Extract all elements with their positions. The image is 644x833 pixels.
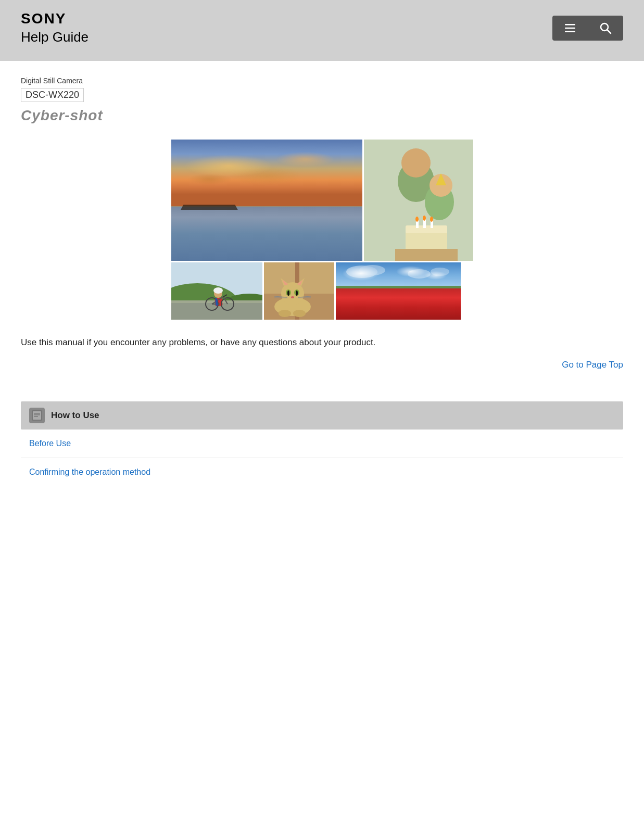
svg-point-17 bbox=[423, 216, 426, 221]
svg-point-57 bbox=[408, 269, 431, 279]
confirming-operation-link[interactable]: Confirming the operation method bbox=[21, 458, 623, 486]
svg-point-26 bbox=[213, 287, 223, 294]
brand-area: SONY Help Guide bbox=[21, 10, 89, 45]
main-content: Digital Still Camera DSC-WX220 Cyber-sho… bbox=[0, 61, 644, 502]
device-model: DSC-WX220 bbox=[21, 88, 84, 102]
svg-rect-2 bbox=[565, 31, 575, 33]
menu-icon bbox=[564, 22, 576, 34]
header-buttons bbox=[552, 16, 623, 41]
sunset-photo bbox=[171, 140, 362, 261]
device-category: Digital Still Camera bbox=[21, 77, 623, 85]
svg-point-16 bbox=[415, 217, 419, 222]
description-text: Use this manual if you encounter any pro… bbox=[21, 335, 623, 349]
svg-point-56 bbox=[359, 265, 385, 275]
device-brand-name: Cyber-shot bbox=[21, 107, 623, 124]
cat-photo bbox=[264, 262, 334, 320]
svg-rect-61 bbox=[34, 413, 40, 414]
svg-rect-12 bbox=[406, 225, 447, 233]
cyclist-photo bbox=[171, 262, 262, 320]
svg-rect-63 bbox=[34, 416, 38, 417]
search-button[interactable] bbox=[588, 16, 623, 41]
svg-point-46 bbox=[287, 291, 289, 296]
product-info: Digital Still Camera DSC-WX220 Cyber-sho… bbox=[21, 77, 623, 124]
svg-line-4 bbox=[608, 30, 611, 34]
svg-rect-60 bbox=[33, 411, 41, 420]
svg-rect-1 bbox=[565, 28, 575, 29]
cyclist-scene bbox=[171, 262, 262, 320]
go-to-page-top-link[interactable]: Go to Page Top bbox=[21, 360, 623, 370]
birthday-photo bbox=[364, 140, 473, 261]
field-photo bbox=[336, 262, 461, 320]
svg-point-48 bbox=[291, 296, 294, 298]
photo-collage bbox=[171, 140, 473, 320]
section-header: How to Use bbox=[21, 401, 623, 430]
svg-rect-0 bbox=[565, 24, 575, 26]
svg-point-39 bbox=[281, 282, 304, 305]
how-to-use-section: How to Use Before Use Confirming the ope… bbox=[21, 401, 623, 486]
svg-rect-19 bbox=[395, 249, 458, 261]
help-guide-title: Help Guide bbox=[21, 29, 89, 45]
field-scene bbox=[336, 262, 461, 320]
search-icon bbox=[599, 22, 612, 34]
page-header: SONY Help Guide bbox=[0, 0, 644, 61]
book-icon bbox=[30, 409, 44, 422]
svg-point-58 bbox=[431, 268, 449, 276]
collage-top-row bbox=[171, 140, 473, 261]
svg-point-47 bbox=[296, 291, 298, 296]
sony-logo: SONY bbox=[21, 10, 89, 27]
svg-point-18 bbox=[430, 217, 433, 222]
svg-point-53 bbox=[279, 310, 291, 317]
menu-button[interactable] bbox=[552, 16, 588, 41]
svg-point-7 bbox=[401, 148, 431, 178]
cat-scene bbox=[264, 262, 334, 320]
birthday-scene bbox=[364, 140, 473, 261]
before-use-link[interactable]: Before Use bbox=[21, 430, 623, 458]
svg-point-54 bbox=[293, 310, 306, 317]
collage-bottom-row bbox=[171, 262, 473, 320]
svg-rect-62 bbox=[34, 414, 40, 415]
section-icon bbox=[29, 408, 45, 423]
section-title: How to Use bbox=[51, 410, 99, 421]
